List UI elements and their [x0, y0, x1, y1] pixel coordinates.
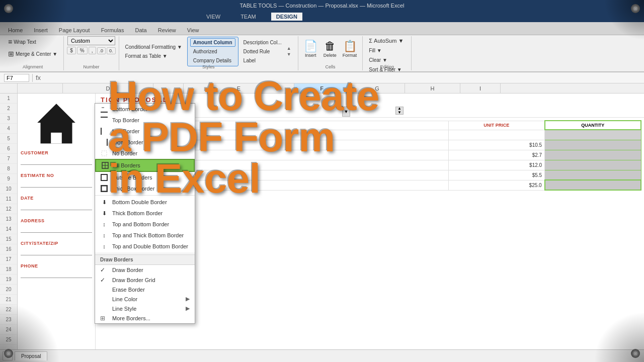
table-tools-bar: VIEW TEAM DESIGN — [0, 11, 644, 22]
label-btn[interactable]: Label — [240, 56, 285, 65]
qty-cell[interactable] — [545, 150, 641, 160]
draw-border-grid-btn[interactable]: ✓ Draw Border Grid — [95, 275, 195, 285]
styles-scroll-up[interactable]: ▲ — [287, 46, 295, 51]
format-as-table-btn[interactable]: Format as Table ▼ — [122, 52, 185, 60]
border-none-btn[interactable]: No Border — [95, 148, 195, 159]
more-borders-btn[interactable]: ⊞ More Borders... — [95, 313, 195, 323]
line-style-btn[interactable]: Line Style ▶ — [95, 304, 195, 313]
erase-border-btn[interactable]: Erase Border — [95, 285, 195, 294]
row-24: 24 — [0, 325, 17, 335]
cell-reference[interactable]: F7 — [4, 74, 29, 82]
tab-view[interactable]: View — [182, 25, 205, 35]
qty-spinner[interactable]: ▲▼ — [395, 107, 404, 115]
border-left-btn[interactable]: Left Border — [95, 126, 195, 137]
fx-label: fx — [36, 74, 41, 81]
tab-view[interactable]: VIEW — [201, 13, 225, 21]
qty-dropdown-btn[interactable]: ▼ — [342, 107, 350, 117]
insert-btn[interactable]: 📄 Insert — [301, 39, 320, 59]
border-thick-bottom-btn[interactable]: ⬇ Thick Bottom Border — [95, 208, 195, 219]
styles-scroll-down[interactable]: ▼ — [287, 52, 295, 57]
row-21: 21 — [0, 295, 17, 305]
decimal-decrease-btn[interactable]: 0. — [107, 47, 116, 54]
currency-btn[interactable]: $ — [67, 47, 76, 54]
border-thick-box-icon — [100, 185, 108, 193]
border-all-btn[interactable]: All Borders — [95, 159, 195, 172]
formula-bar: F7 fx — [0, 72, 644, 83]
customer-input[interactable] — [21, 157, 92, 165]
row-1: 1 — [0, 94, 17, 104]
border-top-bottom-btn[interactable]: ↕ Top and Bottom Border — [95, 219, 195, 230]
border-bottom-double-btn[interactable]: ⬇ Bottom Double Border — [95, 197, 195, 208]
phone-field: PHONE — [21, 263, 92, 278]
city-input[interactable] — [21, 247, 92, 255]
more-borders-label: More Borders... — [112, 315, 150, 321]
border-bottom-double-label: Bottom Double Border — [112, 199, 167, 205]
format-btn[interactable]: 📋 Format — [340, 39, 360, 59]
sheet-tab-proposal[interactable]: Proposal — [15, 351, 47, 360]
estimate-input[interactable] — [21, 179, 92, 188]
qty-cell[interactable] — [545, 180, 641, 190]
dotted-rule-btn[interactable]: Dotted Rule — [240, 47, 285, 56]
price-cell[interactable]: $2.7 — [448, 150, 544, 160]
phone-input[interactable] — [21, 270, 92, 278]
tab-insert[interactable]: Insert — [28, 25, 53, 35]
delete-btn[interactable]: 🗑 Delete — [321, 39, 339, 59]
fill-btn[interactable]: Fill ▼ — [366, 46, 384, 55]
price-cell[interactable]: $5.5 — [448, 170, 544, 180]
wrap-text-btn[interactable]: ≡ Wrap Text — [5, 36, 39, 47]
description-col-btn[interactable]: Description Col... — [240, 38, 285, 47]
estimate-field: ESTIMATE NO — [21, 173, 92, 188]
percent-btn[interactable]: % — [77, 47, 88, 54]
tab-page-layout[interactable]: Page Layout — [53, 25, 96, 35]
tab-team[interactable]: TEAM — [235, 13, 261, 21]
border-none-label: No Border — [112, 150, 137, 156]
amount-column-btn[interactable]: Amount Column — [190, 38, 235, 47]
conditional-formatting-btn[interactable]: Conditional Formatting ▼ — [122, 43, 185, 51]
date-input[interactable] — [21, 202, 92, 210]
price-cell[interactable]: $12.0 — [448, 160, 544, 170]
border-none-icon — [100, 149, 108, 157]
decimal-increase-btn[interactable]: .0 — [97, 47, 106, 54]
qty-cell[interactable] — [545, 160, 641, 170]
draw-border-grid-label: Draw Border Grid — [112, 277, 155, 283]
tab-review[interactable]: Review — [152, 25, 182, 35]
address-input[interactable] — [21, 225, 92, 233]
autosum-btn[interactable]: Σ AutoSum ▼ — [366, 36, 407, 45]
border-top-btn[interactable]: Top Border — [95, 115, 195, 126]
comma-btn[interactable]: , — [89, 47, 96, 54]
price-cell[interactable]: $10.5 — [448, 140, 544, 150]
th-unit-price: UNIT PRICE — [448, 121, 544, 130]
company-details-btn[interactable]: Company Details — [190, 56, 235, 65]
border-right-icon — [100, 138, 108, 146]
line-color-btn[interactable]: Line Color ▶ — [95, 294, 195, 304]
qty-cell[interactable] — [545, 140, 641, 150]
tab-data[interactable]: Data — [129, 25, 152, 35]
qty-cell[interactable] — [545, 170, 641, 180]
format-dropdown[interactable]: Custom General Number Currency Accountin… — [67, 36, 115, 45]
price-cell[interactable] — [448, 130, 544, 140]
address-label: ADDRESS — [21, 218, 92, 223]
tab-design[interactable]: DESIGN — [271, 13, 302, 21]
formula-input[interactable] — [43, 73, 640, 82]
line-style-label: Line Style — [112, 306, 136, 312]
border-outside-btn[interactable]: Outside Borders — [95, 172, 195, 183]
tab-home[interactable]: Home — [3, 25, 28, 35]
border-bottom-btn[interactable]: Bottom Border — [95, 104, 195, 115]
form-sidebar: CUSTOMER ESTIMATE NO DATE ADDRESS CITY/S… — [18, 94, 96, 349]
editing-group: Σ AutoSum ▼ Fill ▼ Clear ▼ Sort & Filter… — [363, 36, 412, 70]
more-borders-icon: ⊞ — [100, 315, 108, 322]
merge-center-btn[interactable]: ⊞ Merge & Center ▼ — [5, 48, 60, 59]
clear-btn[interactable]: Clear ▼ — [366, 56, 390, 64]
row-4: 4 — [0, 124, 17, 134]
price-cell[interactable]: $25.0 — [448, 180, 544, 190]
authorized-btn[interactable]: Authorized — [190, 47, 235, 56]
tab-formulas[interactable]: Formulas — [96, 25, 130, 35]
qty-cell[interactable] — [545, 130, 641, 140]
border-right-btn[interactable]: Right Border — [95, 137, 195, 148]
estimate-label: ESTIMATE NO — [21, 173, 92, 178]
border-top-double-bottom-btn[interactable]: ↕ Top and Double Bottom Border — [95, 241, 195, 252]
border-left-icon — [100, 127, 108, 135]
border-thick-box-btn[interactable]: Thick Box Border — [95, 183, 195, 194]
border-top-thick-bottom-btn[interactable]: ↕ Top and Thick Bottom Border — [95, 230, 195, 241]
draw-border-btn[interactable]: ✓ Draw Border — [95, 265, 195, 275]
